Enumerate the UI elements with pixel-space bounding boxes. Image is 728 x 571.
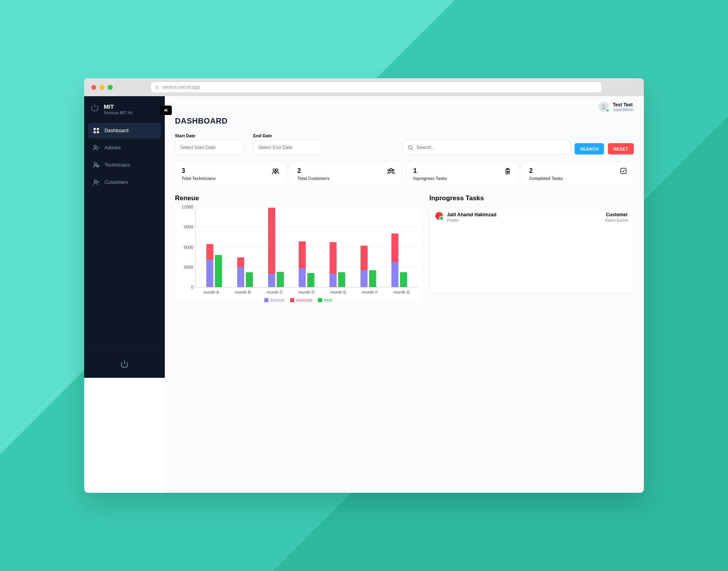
check-icon [620, 167, 627, 176]
task-name: Jalil Ahamd Hakimzad [447, 212, 496, 217]
bar-group [202, 207, 226, 287]
nav: Dashboard Admins Technicians Customers [84, 120, 165, 194]
user-menu[interactable]: Test Test superAdmin [599, 102, 634, 112]
svg-point-14 [390, 169, 392, 171]
main: Test Test superAdmin DASHBOARD Start Dat… [165, 96, 644, 493]
x-label: month F [358, 290, 382, 294]
svg-point-10 [409, 145, 412, 149]
revenue-chart: 030006000900012000 month Amonth Bmonth C… [175, 207, 422, 302]
address-bar[interactable]: service.vercel.app [151, 82, 601, 92]
user-name: Test Test [613, 102, 634, 108]
stat-label: Inprogress Tasks [413, 176, 447, 181]
x-label: month E [326, 290, 350, 294]
start-date-input[interactable] [175, 140, 244, 154]
close-window-icon[interactable] [91, 85, 96, 90]
tasks-list[interactable]: Jalil Ahamd HakimzadPrinterCustomerKarim… [429, 207, 634, 293]
bar-total [338, 272, 345, 287]
y-tick: 0 [176, 285, 193, 289]
svg-point-16 [393, 169, 394, 171]
x-label: month B [231, 290, 255, 294]
svg-rect-4 [97, 131, 99, 133]
task-role: Customer [605, 212, 628, 217]
svg-rect-20 [621, 168, 626, 174]
collapse-sidebar-button[interactable] [160, 106, 172, 115]
reset-button[interactable]: RESET [608, 143, 634, 154]
legend-item: expense [290, 298, 313, 302]
stat-label: Total Technicians [182, 176, 216, 181]
y-tick: 12000 [176, 205, 193, 209]
users-icon [272, 167, 279, 177]
page-title: DASHBOARD [175, 117, 634, 126]
bar-expense [360, 246, 368, 271]
maximize-window-icon[interactable] [108, 85, 113, 90]
task-item[interactable]: Jalil Ahamd HakimzadPrinterCustomerKarim… [430, 207, 633, 227]
content: DASHBOARD Start Date End Date [165, 113, 644, 310]
bar-total [307, 273, 314, 287]
stat-value: 2 [297, 167, 330, 174]
bar-group [357, 207, 380, 287]
bar-expense [206, 244, 213, 260]
url-text: service.vercel.app [162, 84, 200, 90]
group-icon [387, 167, 395, 177]
avatar [599, 102, 609, 112]
svg-point-7 [97, 165, 99, 167]
admin-icon [93, 144, 100, 151]
bar-total [246, 272, 253, 287]
sidebar: MIT Services MIT Inc Dashboard Admins [84, 96, 165, 378]
bar-expense [237, 257, 244, 267]
power-icon [90, 103, 99, 112]
stat-card: 1Inprogress Tasks [407, 162, 518, 186]
end-date-input[interactable] [253, 140, 322, 154]
brand-sub: Services MIT Inc [104, 111, 133, 115]
bar-income [360, 270, 368, 287]
stat-card: 3Total Technicians [175, 162, 286, 186]
search-input[interactable] [416, 145, 566, 150]
x-label: month G [390, 290, 413, 294]
svg-point-6 [94, 163, 97, 165]
bar-total [215, 255, 222, 287]
bar-income [391, 262, 398, 287]
dashboard-icon [93, 127, 100, 134]
brand: MIT Services MIT Inc [84, 96, 165, 120]
clipboard-icon [504, 167, 511, 177]
bar-income [268, 274, 275, 287]
stat-label: Total Customers [297, 176, 330, 181]
svg-point-13 [276, 169, 278, 171]
topbar: Test Test superAdmin [165, 96, 644, 113]
svg-point-8 [94, 180, 97, 182]
task-sub: Printer [447, 218, 496, 223]
tasks-section: Inprogress Tasks Jalil Ahamd HakimzadPri… [429, 194, 634, 302]
task-customer: Karim Karimi [605, 218, 628, 223]
search-button[interactable]: SEARCH [575, 143, 604, 154]
sidebar-item-label: Admins [105, 145, 121, 151]
svg-rect-1 [94, 128, 96, 130]
bar-expense [330, 242, 337, 274]
svg-rect-2 [97, 128, 99, 130]
sidebar-item-admins[interactable]: Admins [88, 140, 161, 156]
user-role: superAdmin [613, 108, 634, 112]
minimize-window-icon[interactable] [99, 85, 105, 90]
start-date-label: Start Date [175, 133, 244, 138]
y-tick: 6000 [176, 245, 193, 250]
stat-value: 1 [413, 167, 447, 174]
bar-expense [299, 241, 306, 268]
legend-swatch-icon [290, 298, 294, 302]
logout[interactable] [84, 350, 165, 378]
legend-swatch-icon [318, 298, 322, 302]
filters: Start Date End Date SEARCH RESET [175, 133, 634, 154]
stat-value: 3 [182, 167, 216, 174]
search-box[interactable] [402, 140, 571, 154]
sidebar-item-technicians[interactable]: Technicians [88, 157, 161, 173]
bar-group [264, 207, 288, 287]
search-icon [407, 145, 413, 151]
bar-total [400, 272, 407, 287]
bar-group [326, 207, 349, 287]
sidebar-item-label: Dashboard [105, 128, 128, 133]
svg-line-11 [411, 149, 413, 150]
end-date-label: End Date [253, 133, 322, 138]
sidebar-item-dashboard[interactable]: Dashboard [88, 123, 161, 138]
bar-group [295, 207, 318, 287]
bar-income [206, 260, 213, 287]
sidebar-item-customers[interactable]: Customers [88, 174, 161, 190]
svg-rect-3 [94, 131, 96, 133]
